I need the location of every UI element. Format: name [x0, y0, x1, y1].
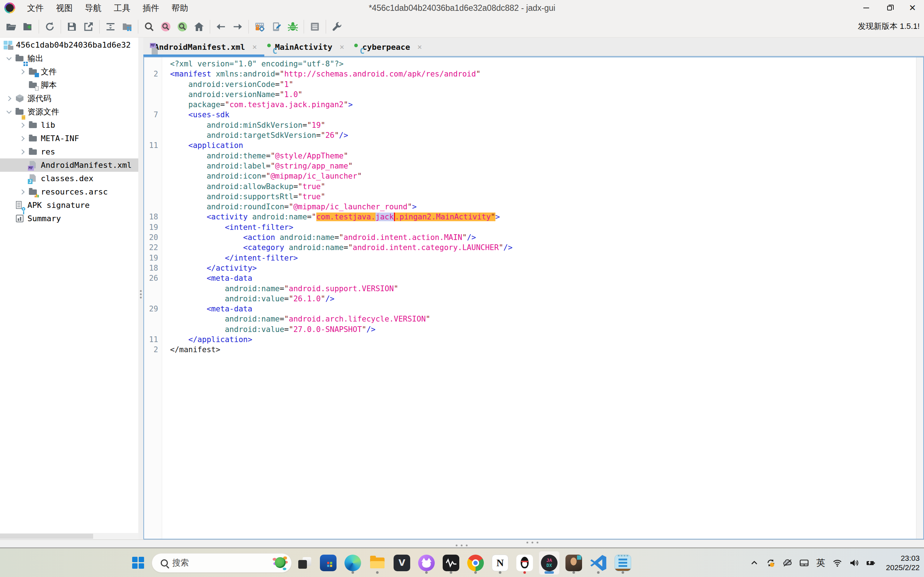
chevron-right-icon[interactable] [16, 137, 29, 140]
scrollbar-thumb[interactable] [0, 534, 93, 539]
taskbar-app-notes-app[interactable] [612, 551, 633, 575]
tree-item-meta-inf[interactable]: META-INF [0, 132, 138, 145]
tree-item-源代码[interactable]: 源代码 [0, 92, 138, 105]
packages-grid-button[interactable] [119, 18, 136, 35]
update-available-label[interactable]: 发现新版本 1.5.1! [858, 21, 920, 32]
code-token: android:name [252, 213, 307, 221]
tree-item-456c1dab04b24036ba1d6e32[interactable]: 456c1dab04b24036ba1d6e32 [0, 38, 138, 52]
taskbar-app-edge[interactable] [342, 551, 363, 575]
menu-item-1[interactable]: 文件 [21, 0, 50, 16]
debugger-button[interactable] [284, 18, 301, 35]
taskbar-app-notion[interactable]: N [489, 551, 510, 575]
tab-close-icon[interactable]: × [252, 43, 257, 52]
tab-cyberpeace[interactable]: Ccyberpeace× [351, 37, 429, 56]
taskbar-app-recorder-app[interactable] [441, 551, 462, 575]
back-button[interactable] [213, 18, 229, 35]
add-files-button[interactable] [19, 18, 36, 35]
taskbar-app-cat-app[interactable] [416, 551, 437, 575]
tree-item-label: 456c1dab04b24036ba1d6e32 [16, 40, 131, 50]
menu-item-6[interactable]: 帮助 [165, 0, 194, 16]
taskbar-clock[interactable]: 23:03 2025/2/22 [886, 554, 920, 572]
taskbar-app-vscode[interactable] [588, 551, 609, 575]
chevron-up-tray-button[interactable] [747, 556, 761, 570]
chevron-right-icon[interactable] [16, 123, 29, 127]
close-button[interactable]: ✕ [901, 0, 924, 16]
chevron-down-icon[interactable] [3, 57, 15, 60]
tab-close-icon[interactable]: × [417, 43, 422, 52]
search-comment-icon [177, 21, 188, 32]
dex-j-icon: J [29, 174, 38, 183]
chevron-right-icon[interactable] [16, 150, 29, 154]
code-area[interactable]: 27111819202219182629112 <?xml version="1… [143, 56, 924, 540]
forward-button[interactable] [229, 18, 246, 35]
tree-item-label: lib [41, 121, 55, 129]
cloud-off-tray-button[interactable] [780, 556, 795, 570]
taskbar-app-jadx[interactable]: JADX [539, 551, 560, 575]
taskbar-app-microsoft-store[interactable] [318, 551, 339, 575]
search-comment-button[interactable] [174, 18, 191, 35]
menu-item-3[interactable]: 导航 [79, 0, 108, 16]
device-preview-button[interactable] [268, 18, 284, 35]
chevron-right-icon[interactable] [16, 190, 29, 194]
tree-item-apk-signature[interactable]: APK signature [0, 198, 138, 212]
tree-item-脚本[interactable]: 脚本 [0, 78, 138, 92]
minimize-button[interactable] [855, 0, 878, 16]
tree-item-resources.arsc[interactable]: resources.arsc [0, 185, 138, 198]
taskbar-app-qq[interactable] [514, 551, 535, 575]
tree-item-文件[interactable]: 文件 [0, 65, 138, 78]
running-app-indicator [597, 571, 600, 574]
tree-item-资源文件[interactable]: 资源文件 [0, 105, 138, 118]
menu-item-2[interactable]: 视图 [50, 0, 79, 16]
tree-item-summary[interactable]: Summary [0, 212, 138, 225]
deobfuscation-button[interactable] [251, 18, 268, 35]
touchpad-tray-button[interactable] [797, 556, 811, 570]
taskbar-app-game-launcher[interactable]: V [391, 551, 412, 575]
tree-item-res[interactable]: res [0, 145, 138, 158]
log-viewer-button[interactable] [307, 18, 323, 35]
battery-tray-button[interactable] [863, 556, 878, 570]
maximize-button[interactable] [878, 0, 901, 16]
tree-item-androidmanifest.xml[interactable]: MFAndroidManifest.xml [0, 158, 138, 172]
code-lines[interactable]: <?xml version="1.0" encoding="utf-8"?><m… [162, 57, 916, 539]
tab-close-icon[interactable]: × [339, 43, 344, 52]
editor-bottom-splitter-grip-icon[interactable] [527, 542, 538, 543]
tree-item-输出[interactable]: 输出 [0, 52, 138, 65]
save-all-button[interactable] [63, 18, 80, 35]
taskbar-app-chrome[interactable] [465, 551, 486, 575]
preferences-button[interactable] [329, 18, 345, 35]
start-button[interactable] [130, 555, 146, 571]
tree-item-label: Summary [27, 214, 61, 223]
bottom-splitter-grip-icon[interactable] [456, 545, 468, 546]
code-token: " [462, 233, 467, 242]
export-button[interactable] [80, 18, 97, 35]
flatten-packages-button[interactable] [102, 18, 119, 35]
taskbar-app-file-explorer[interactable] [367, 551, 388, 575]
search-class-button[interactable] [157, 18, 174, 35]
volume-tray-button[interactable] [847, 556, 861, 570]
search-text-button[interactable] [141, 18, 157, 35]
tree-item-lib[interactable]: lib [0, 118, 138, 132]
chevron-down-icon[interactable] [3, 111, 15, 113]
tree-horizontal-scrollbar[interactable] [0, 533, 138, 540]
sync-tray-button[interactable] [764, 556, 778, 570]
taskbar-app-portrait-app[interactable] [563, 551, 584, 575]
tab-mainactivity[interactable]: CMainActivity× [264, 37, 352, 56]
wifi-tray-button[interactable] [830, 556, 845, 570]
chevron-right-icon[interactable] [3, 97, 15, 100]
editor-vertical-scrollbar[interactable] [916, 57, 923, 539]
task-view-button[interactable] [297, 556, 312, 570]
tab-androidmanifest-xml[interactable]: MFAndroidManifest.xml× [143, 37, 264, 56]
taskbar-search[interactable]: 搜索 [152, 553, 292, 573]
panel-splitter[interactable] [138, 37, 143, 540]
tree-item-classes.dex[interactable]: Jclasses.dex [0, 172, 138, 185]
menu-item-4[interactable]: 工具 [108, 0, 136, 16]
line-number: 26 [144, 273, 162, 283]
ime-indicator[interactable]: 英 [814, 556, 828, 570]
reload-button[interactable] [42, 18, 58, 35]
chevron-right-icon[interactable] [16, 70, 29, 74]
folder-output-icon [15, 54, 24, 63]
home-button[interactable] [191, 18, 207, 35]
menu-item-5[interactable]: 插件 [136, 0, 165, 16]
open-file-button[interactable] [3, 18, 19, 35]
code-token: " [426, 315, 430, 323]
